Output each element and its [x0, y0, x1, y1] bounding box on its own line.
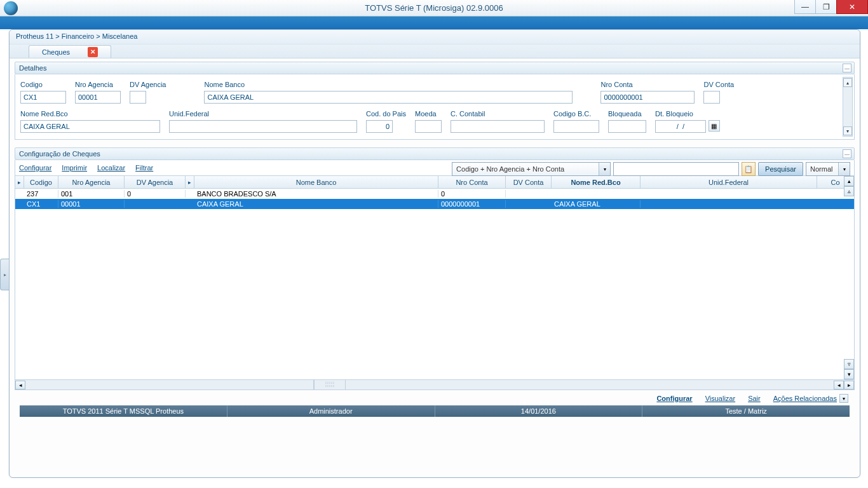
label-c-contabil: C. Contabil [451, 110, 545, 118]
col-nro-conta[interactable]: Nro Conta [438, 176, 506, 188]
label-codigo: Codigo [20, 81, 66, 88]
table-row[interactable]: 237 001 0 BANCO BRADESCO S/A 0 [15, 189, 854, 199]
splitter-grip[interactable]: ⦙⦙⦙⦙⦙ [314, 380, 346, 390]
calendar-icon[interactable]: ▦ [709, 120, 720, 132]
label-codigo-bc: Codigo B.C. [553, 110, 599, 118]
link-localizar[interactable]: Localizar [97, 164, 125, 172]
search-mode-combo[interactable]: ▾ [806, 162, 850, 176]
tab-label: Cheques [42, 48, 70, 56]
col-codigo[interactable]: Codigo [24, 176, 58, 188]
hscroll-left2-icon[interactable]: ◂ [834, 381, 844, 390]
section-detalhes-title: Detalhes [19, 64, 46, 72]
col-dv-agencia[interactable]: DV Agencia [125, 176, 186, 188]
cell-nro-conta: 0 [438, 190, 506, 198]
scroll-up-icon[interactable]: ▴ [843, 78, 852, 87]
nro-agencia-field[interactable] [75, 91, 121, 104]
cell-nome-banco: CAIXA GERAL [194, 200, 438, 208]
close-button[interactable]: ✕ [836, 0, 868, 14]
chevron-down-icon[interactable]: ▾ [839, 394, 848, 403]
grid-first-row-button[interactable]: ▴ [844, 176, 854, 186]
col-dv-conta[interactable]: DV Conta [506, 176, 552, 188]
link-configurar[interactable]: Configurar [19, 164, 51, 172]
maximize-button[interactable]: ❐ [815, 0, 837, 14]
nome-red-bco-field[interactable] [20, 120, 160, 133]
codigo-bc-field[interactable] [553, 120, 599, 133]
grid-hscroll[interactable]: ◂ ⦙⦙⦙⦙⦙ ◂ ▸ [15, 379, 854, 390]
nome-banco-field[interactable] [204, 91, 573, 104]
hscroll-left-icon[interactable]: ◂ [15, 381, 25, 390]
bloqueada-field[interactable] [608, 120, 646, 133]
grid-marker-col[interactable]: ▸ [15, 176, 24, 188]
col-unid-federal[interactable]: Unid.Federal [641, 176, 817, 188]
bottom-actions: Configurar Visualizar Sair Ações Relacio… [15, 390, 855, 405]
action-relacionadas[interactable]: Ações Relacionadas [773, 395, 837, 402]
search-input[interactable] [613, 162, 739, 176]
pesquisar-button[interactable]: Pesquisar [758, 162, 803, 176]
toolbar-row: Configurar Imprimir Localizar Filtrar ▾ … [15, 160, 855, 176]
chevron-down-icon[interactable]: ▾ [599, 163, 610, 175]
chevron-right-icon: ▸ [4, 272, 6, 278]
codigo-field[interactable] [20, 91, 66, 104]
search-index-input[interactable] [452, 162, 611, 176]
dv-agencia-field[interactable] [130, 91, 146, 104]
c-contabil-field[interactable] [451, 120, 545, 133]
status-date: 14/01/2016 [435, 405, 643, 417]
label-unid-federal: Unid.Federal [169, 110, 357, 118]
cell-nro-agencia: 001 [58, 190, 125, 198]
label-nome-banco: Nome Banco [204, 81, 573, 88]
scroll-down-icon[interactable]: ▾ [843, 126, 852, 135]
col-nome-banco[interactable]: Nome Banco [194, 176, 438, 188]
breadcrumb: Protheus 11 > Financeiro > Miscelanea [10, 30, 860, 44]
action-configurar[interactable]: Configurar [656, 395, 692, 402]
col-nro-agencia[interactable]: Nro Agencia [58, 176, 125, 188]
grid-next-row-button[interactable]: ▿ [844, 359, 854, 369]
tab-row: Cheques ✕ [10, 44, 860, 58]
grid: ▴ ▵ ▿ ▾ ▸ Codigo Nro Agencia DV Agencia … [15, 176, 855, 390]
cell-nro-agencia: 00001 [58, 200, 125, 208]
dt-bloqueio-field[interactable] [655, 120, 706, 133]
search-index-combo[interactable]: ▾ [452, 162, 611, 176]
label-dt-bloqueio: Dt. Bloqueio [655, 110, 720, 118]
cell-dv-agencia: 0 [125, 190, 186, 198]
moeda-field[interactable] [415, 120, 442, 133]
grid-marker-col-2[interactable]: ▸ [186, 176, 194, 188]
window-title: TOTVS Série T (Microsiga) 02.9.0006 [365, 3, 503, 13]
collapse-detalhes-button[interactable]: — [843, 64, 851, 72]
cell-nome-banco: BANCO BRADESCO S/A [194, 190, 438, 198]
tab-close-icon[interactable]: ✕ [88, 47, 98, 57]
left-panel-toggle[interactable]: ▸ [0, 259, 9, 290]
unid-federal-field[interactable] [169, 120, 357, 133]
cell-codigo: CX1 [24, 200, 58, 208]
link-filtrar[interactable]: Filtrar [135, 164, 153, 172]
section-config-title: Configuração de Cheques [19, 150, 100, 158]
label-nro-conta: Nro Conta [600, 81, 695, 88]
label-bloqueada: Bloqueada [608, 110, 646, 118]
cod-pais-field[interactable] [366, 120, 393, 133]
label-cod-pais: Cod. do Pais [366, 110, 406, 118]
action-visualizar[interactable]: Visualizar [705, 395, 736, 402]
detalhes-scrollbar[interactable]: ▴ ▾ [843, 77, 853, 137]
grid-body[interactable]: 237 001 0 BANCO BRADESCO S/A 0 CX1 00001 [15, 189, 854, 379]
cell-nome-red-bco: CAIXA GERAL [552, 200, 641, 208]
action-sair[interactable]: Sair [748, 395, 761, 402]
label-dv-agencia: DV Agencia [130, 81, 166, 88]
status-user: Administrador [227, 405, 435, 417]
col-nome-red-bco[interactable]: Nome Red.Bco [552, 176, 641, 188]
link-imprimir[interactable]: Imprimir [62, 164, 87, 172]
grid-last-row-button[interactable]: ▾ [844, 369, 854, 379]
grid-prev-row-button[interactable]: ▵ [844, 186, 854, 196]
tab-cheques[interactable]: Cheques ✕ [29, 45, 111, 58]
search-options-icon[interactable]: 📋 [742, 162, 756, 176]
chevron-down-icon[interactable]: ▾ [838, 163, 850, 175]
collapse-config-button[interactable]: — [843, 149, 851, 158]
nro-conta-field[interactable] [600, 91, 695, 104]
status-bar: TOTVS 2011 Série T MSSQL Protheus Admini… [20, 405, 850, 417]
table-row[interactable]: CX1 00001 CAIXA GERAL 0000000001 CAIXA G… [15, 199, 854, 209]
hscroll-right-icon[interactable]: ▸ [844, 381, 854, 390]
minimize-button[interactable]: — [794, 0, 816, 14]
section-config-header: Configuração de Cheques — [15, 147, 855, 160]
app-logo-icon [4, 1, 18, 15]
dv-conta-field[interactable] [703, 91, 720, 104]
grid-header: ▸ Codigo Nro Agencia DV Agencia ▸ Nome B… [15, 176, 854, 189]
label-moeda: Moeda [415, 110, 442, 118]
